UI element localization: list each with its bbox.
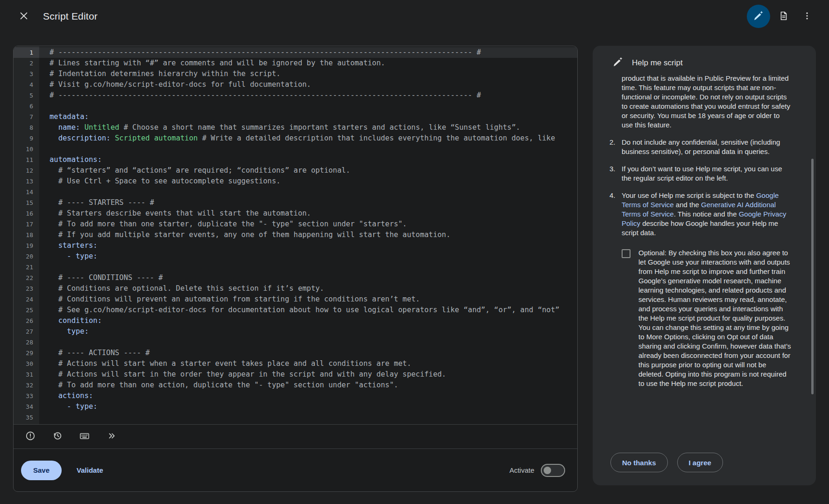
line-number: 14 [14, 187, 39, 197]
code-line-text [39, 262, 50, 273]
activate-label: Activate [510, 466, 534, 474]
i-agree-button[interactable]: I agree [677, 453, 723, 472]
code-line-text: # Actions will start in the order they a… [39, 369, 446, 380]
line-number: 8 [14, 122, 39, 133]
save-button[interactable]: Save [21, 461, 62, 480]
code-line-text: # To add more than one action, duplicate… [39, 380, 398, 391]
code-line-33[interactable]: 33 actions: [14, 391, 577, 401]
code-line-30[interactable]: 30 # Actions will start when a starter e… [14, 358, 577, 369]
script-docs-button[interactable] [774, 7, 794, 26]
line-number: 2 [14, 58, 39, 69]
code-line-text: # Use Ctrl + Space to see autocomplete s… [39, 176, 281, 187]
keyboard-icon [79, 430, 90, 443]
line-number: 27 [14, 326, 39, 337]
code-line-11[interactable]: 11automations: [14, 154, 577, 165]
code-line-26[interactable]: 26 condition: [14, 315, 577, 326]
line-number: 20 [14, 251, 39, 262]
code-line-22[interactable]: 22 # ---- CONDITIONS ---- # [14, 273, 577, 283]
terms-paragraph: Your use of Help me script is subject to… [622, 191, 792, 238]
line-number: 26 [14, 315, 39, 326]
code-line-27[interactable]: 27 type: [14, 326, 577, 337]
code-line-text: automations: [39, 154, 102, 165]
code-line-25[interactable]: 25 # See g.co/home/script-editor-docs fo… [14, 305, 577, 315]
code-line-20[interactable]: 20 - type: [14, 251, 577, 262]
help-panel-header: Help me script [593, 46, 816, 75]
keyboard-button[interactable] [74, 427, 95, 446]
code-line-35[interactable]: 35 [14, 412, 577, 423]
data-sharing-checkbox[interactable] [622, 249, 631, 258]
line-number: 17 [14, 219, 39, 230]
line-number: 16 [14, 208, 39, 219]
code-line-13[interactable]: 13 # Use Ctrl + Space to see autocomplet… [14, 176, 577, 187]
line-number: 10 [14, 144, 39, 154]
code-editor[interactable]: 1# -------------------------------------… [14, 46, 577, 424]
editor-toolbar [14, 424, 577, 448]
problems-button[interactable] [20, 427, 41, 446]
terms-paragraph: If you don’t want to use Help me script,… [622, 164, 792, 183]
code-line-31[interactable]: 31 # Actions will start in the order the… [14, 369, 577, 380]
code-line-17[interactable]: 17 # To add more than one starter, dupli… [14, 219, 577, 230]
help-me-script-button[interactable] [747, 5, 770, 28]
line-number: 7 [14, 112, 39, 122]
no-thanks-button[interactable]: No thanks [610, 453, 668, 472]
page-title: Script Editor [43, 11, 98, 22]
pen-spark-icon [753, 10, 764, 23]
terms-item: product that is available in Public Prev… [609, 75, 792, 130]
double-chevron-icon [106, 431, 117, 442]
header-actions [747, 5, 817, 28]
code-line-28[interactable]: 28 [14, 337, 577, 348]
line-number: 6 [14, 101, 39, 112]
code-line-5[interactable]: 5# -------------------------------------… [14, 90, 577, 101]
code-line-16[interactable]: 16 # Starters describe events that will … [14, 208, 577, 219]
code-line-9[interactable]: 9 description: Scripted automation # Wri… [14, 133, 577, 144]
code-line-text: starters: [39, 240, 98, 251]
code-line-text [39, 337, 50, 348]
line-number: 25 [14, 305, 39, 315]
code-line-6[interactable]: 6 [14, 101, 577, 112]
help-panel-title: Help me script [632, 58, 683, 68]
code-line-29[interactable]: 29 # ---- ACTIONS ---- # [14, 348, 577, 358]
code-line-21[interactable]: 21 [14, 262, 577, 273]
expand-toolbar-button[interactable] [101, 427, 122, 446]
code-line-10[interactable]: 10 [14, 144, 577, 154]
line-number: 21 [14, 262, 39, 273]
code-line-8[interactable]: 8 name: Untitled # Choose a short name t… [14, 122, 577, 133]
problems-icon [25, 431, 35, 442]
close-button[interactable] [14, 7, 34, 26]
version-history-button[interactable] [47, 427, 68, 446]
more-options-button[interactable] [797, 7, 817, 26]
line-number: 5 [14, 90, 39, 101]
terms-paragraph: product that is available in Public Prev… [622, 75, 792, 130]
optional-consent-row: Optional: By checking this box you also … [609, 248, 792, 388]
line-number: 1 [14, 47, 39, 58]
code-line-12[interactable]: 12 # “starters” and “actions” are requir… [14, 165, 577, 176]
code-line-1[interactable]: 1# -------------------------------------… [14, 47, 577, 58]
line-number: 18 [14, 230, 39, 240]
code-line-4[interactable]: 4# Visit g.co/home/script-editor-docs fo… [14, 79, 577, 90]
code-line-24[interactable]: 24 # Conditions will prevent an automati… [14, 294, 577, 305]
main-content: 1# -------------------------------------… [0, 33, 829, 504]
code-line-text: name: Untitled # Choose a short name tha… [39, 122, 520, 133]
help-consent-buttons: No thanks I agree [593, 445, 816, 485]
scrollbar-thumb[interactable] [811, 159, 814, 394]
code-line-text: # Lines starting with “#” are comments a… [39, 58, 385, 69]
line-number: 32 [14, 380, 39, 391]
line-number: 34 [14, 401, 39, 412]
code-line-7[interactable]: 7metadata: [14, 112, 577, 122]
code-line-text: # If you add multiple starter events, an… [39, 230, 451, 240]
code-line-3[interactable]: 3# Indentation determines hierarchy with… [14, 69, 577, 79]
code-line-32[interactable]: 32 # To add more than one action, duplic… [14, 380, 577, 391]
activate-toggle[interactable] [541, 464, 565, 477]
line-number: 35 [14, 412, 39, 423]
code-line-14[interactable]: 14 [14, 187, 577, 197]
validate-button[interactable]: Validate [69, 462, 111, 479]
code-line-2[interactable]: 2# Lines starting with “#” are comments … [14, 58, 577, 69]
line-number: 31 [14, 369, 39, 380]
code-line-15[interactable]: 15 # ---- STARTERS ---- # [14, 197, 577, 208]
code-line-18[interactable]: 18 # If you add multiple starter events,… [14, 230, 577, 240]
code-line-34[interactable]: 34 - type: [14, 401, 577, 412]
more-vert-icon [802, 11, 812, 22]
code-line-19[interactable]: 19 starters: [14, 240, 577, 251]
optional-consent-text: Optional: By checking this box you also … [638, 248, 792, 388]
code-line-23[interactable]: 23 # Conditions are optional. Delete thi… [14, 283, 577, 294]
